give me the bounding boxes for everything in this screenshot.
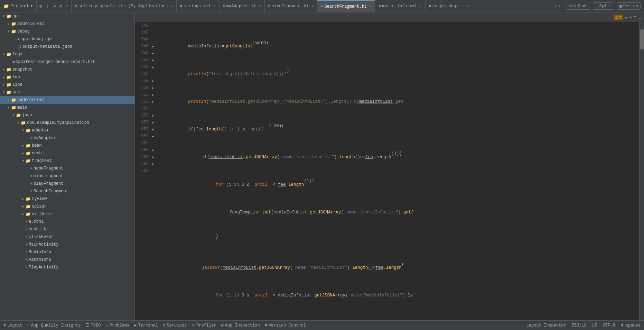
line-numbers: 542 543 544 545 546 547 548 549 550 551 … (135, 22, 152, 320)
profiler-button[interactable]: ∿ Profiler (192, 323, 216, 328)
tree-item-clickEvent[interactable]: K clickEvent (0, 233, 134, 241)
tab-musicInfo[interactable]: ■ music_info.xml ✕ (375, 0, 425, 12)
tree-item-ceshi-folder[interactable]: ▶ 📁 ceshi (0, 149, 134, 157)
sync-icon[interactable]: ⋮ (45, 3, 50, 9)
tab-myAdapter[interactable]: K myAdapter.kt ✕ (220, 0, 265, 12)
expand-arrow-debug[interactable]: ▼ (6, 30, 11, 34)
layout-inspector-button[interactable]: Layout Inspector (526, 323, 566, 328)
split-view-button[interactable]: ‖ Split (593, 2, 614, 10)
tree-item-splash[interactable]: ▶ 📁 splash (0, 203, 134, 210)
tree-item-bean[interactable]: ▶ 📁 bean (0, 142, 134, 149)
tree-item-main[interactable]: ▼ 📁 main (0, 104, 134, 111)
tree-item-androidTest-src[interactable]: ▶ 📁 androidTest (0, 96, 134, 104)
tree-item-debug[interactable]: ▼ 📁 debug (0, 28, 134, 35)
code-lines[interactable]: mediaInfoList=getSongList(word) println(… (158, 22, 639, 320)
tab-imageShap[interactable]: ■ image_shap... ✕ (426, 0, 473, 12)
close-tab-myAdapter[interactable]: ✕ (259, 4, 261, 8)
tree-item-ceshi-kt[interactable]: K ceshi.kt (0, 226, 134, 233)
tab-settings[interactable]: G settings.gradle.kts (My Application) ✕ (72, 0, 177, 12)
app-inspection-button[interactable]: ◓ App Inspection (221, 323, 260, 328)
tree-item-androidTest-apk[interactable]: ▶ 📁 androidTest (0, 20, 134, 28)
terminal-button[interactable]: ▶ Terminal (134, 323, 158, 328)
todo-button[interactable]: ☰ TODO (86, 323, 101, 328)
gear-icon[interactable]: ⚙ (59, 3, 62, 9)
tree-item-a-html[interactable]: H a.html (0, 218, 134, 226)
version-control-button[interactable]: ✖ Version Control (265, 323, 306, 328)
expand-arrow-logs[interactable]: ▼ (1, 53, 6, 56)
expand-arrow-libs[interactable]: ▶ (1, 83, 6, 87)
tree-item-mediaInfo[interactable]: K MediaInfo (0, 248, 134, 256)
chevron-right-tabs[interactable]: › (558, 3, 561, 9)
services-button[interactable]: ⚙ Services (163, 323, 187, 328)
expand-arrow-bean[interactable]: ▶ (21, 144, 26, 148)
logcat-button[interactable]: ▼ Logcat (3, 323, 22, 328)
close-tab-settings[interactable]: ✕ (170, 4, 173, 8)
tree-item-apk[interactable]: ▼ 📁 apk (0, 12, 134, 20)
tree-item-package[interactable]: ▼ 📁 com.example.myapplication (0, 119, 134, 127)
expand-arrow-androidTest[interactable]: ▶ (6, 22, 11, 26)
encoding[interactable]: UTF-8 (603, 323, 615, 328)
tree-item-searchFragment[interactable]: K SearchFragment (0, 187, 134, 195)
tree-item-ui-theme[interactable]: ▶ 📁 ui.theme (0, 210, 134, 218)
project-sidebar[interactable]: ▼ 📁 apk ▶ 📁 androidTest ▼ 📁 debug ▲ app-… (0, 12, 135, 320)
tree-item-logs[interactable]: ▼ 📁 logs (0, 51, 134, 58)
close-tab-musicInfo[interactable]: ✕ (419, 4, 422, 8)
tree-item-playFragment[interactable]: K playFragment (0, 180, 134, 187)
tree-item-output-metadata[interactable]: {} output-metadata.json (0, 43, 134, 51)
tree-item-snapshot[interactable]: ▶ 📁 snapshot (0, 66, 134, 73)
expand-arrow-myview[interactable]: ▶ (21, 197, 26, 201)
tree-item-java[interactable]: ▼ 📁 java (0, 111, 134, 119)
tree-item-myAdapter[interactable]: K myAdapter (0, 134, 134, 142)
folder-icon-bean: 📁 (26, 143, 31, 148)
project-label[interactable]: 📁 Project ▼ (0, 0, 37, 12)
tab-searchFragment[interactable]: K SearchFragment.kt ✕ (317, 0, 375, 12)
tree-item-adapter[interactable]: ▼ 📁 adapter (0, 127, 134, 134)
tree-item-homeFragment[interactable]: K homeFragment (0, 165, 134, 172)
close-tab-imageShap[interactable]: ✕ (467, 4, 470, 8)
tab-strings[interactable]: ■ strings.xml ✕ (177, 0, 220, 12)
chevron-left-tabs[interactable]: ‹ (554, 3, 557, 9)
close-tab-searchFragment[interactable]: ✕ (369, 4, 372, 9)
structure-icon[interactable]: ≡ (53, 3, 56, 9)
line-ending[interactable]: LF (592, 323, 597, 328)
tree-item-mainActivity[interactable]: K MainActivity (0, 241, 134, 248)
tab-mineFragment[interactable]: K mineFragment.kt ✕ (265, 0, 318, 12)
vertical-scrollbar[interactable] (639, 22, 644, 320)
expand-arrow-java[interactable]: ▼ (11, 113, 16, 117)
tree-item-mineFragment[interactable]: K mineFragment (0, 172, 134, 180)
expand-arrow-apk[interactable]: ▼ (1, 15, 6, 18)
expand-arrow-snapshot[interactable]: ▶ (1, 67, 6, 72)
collapse-icon[interactable]: ⌄ (638, 15, 641, 20)
tree-item-apk-file[interactable]: ▲ app-debug.apk (0, 35, 134, 43)
expand-arrow-package[interactable]: ▼ (16, 121, 21, 125)
tree-item-playActivity[interactable]: K PlayActivity (0, 264, 134, 271)
minus-icon[interactable]: − (66, 3, 68, 9)
indent[interactable]: 4 spaces (620, 323, 641, 328)
expand-arrow-splash[interactable]: ▶ (21, 204, 26, 209)
cursor-position: 553:18 (572, 323, 587, 328)
tree-item-paramInfo[interactable]: K ParamInfo (0, 256, 134, 264)
close-tab-mineFragment[interactable]: ✕ (311, 4, 314, 8)
expand-arrow-main[interactable]: ▼ (6, 106, 11, 110)
expand-arrow-fragment[interactable]: ▼ (21, 159, 26, 163)
close-tab-strings[interactable]: ✕ (213, 4, 216, 8)
expand-icon[interactable]: ⌃ (634, 15, 636, 20)
problems-button[interactable]: ⚠ Problems (105, 323, 129, 328)
tree-item-fragment[interactable]: ▼ 📁 fragment (0, 157, 134, 165)
tree-item-myview[interactable]: ▶ 📁 myview (0, 195, 134, 203)
tree-item-manifest[interactable]: ■ manifest-merger-debug-report.txt (0, 58, 134, 66)
expand-arrow-src[interactable]: ▼ (1, 91, 6, 94)
settings-icon[interactable]: ⚙ (39, 3, 42, 9)
expand-arrow-ceshi-folder[interactable]: ▶ (21, 151, 26, 155)
tree-item-src[interactable]: ▼ 📁 src (0, 89, 134, 96)
expand-arrow-ui-theme[interactable]: ▶ (21, 212, 26, 216)
app-quality-button[interactable]: ○ App Quality Insights (27, 323, 81, 328)
tree-item-tmp[interactable]: ▶ 📁 tmp (0, 73, 134, 81)
tree-item-libs[interactable]: ▶ 📁 libs (0, 81, 134, 89)
code-container[interactable]: 542 543 544 545 546 547 548 549 550 551 … (135, 22, 644, 320)
expand-arrow-tmp[interactable]: ▶ (1, 75, 6, 79)
expand-arrow-androidTest-src[interactable]: ▶ (6, 98, 11, 102)
code-view-button[interactable]: </> Code (567, 3, 590, 10)
design-view-button[interactable]: ▦ Design (617, 2, 641, 10)
expand-arrow-adapter[interactable]: ▼ (21, 129, 26, 132)
